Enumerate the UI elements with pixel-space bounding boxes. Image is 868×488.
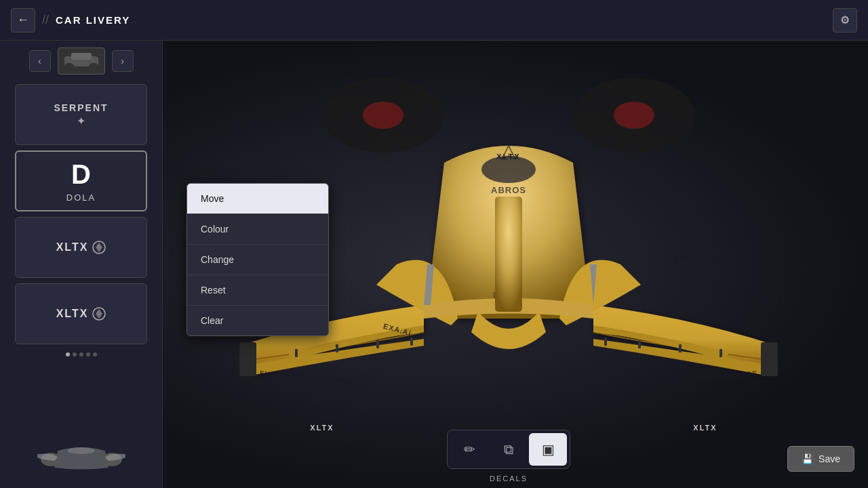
context-menu-change[interactable]: Change [187,245,328,275]
move-label: Move [201,193,224,204]
svg-point-29 [481,156,536,183]
context-menu: Move Colour Change Reset Clear [186,183,329,336]
dot-4 [86,352,90,357]
serpent-label: SERPENT [54,102,108,113]
next-view-button[interactable]: › [112,50,134,72]
svg-rect-28 [495,197,522,312]
prev-view-button[interactable]: ‹ [29,50,51,72]
dot-5 [93,352,97,357]
svg-rect-16 [295,349,298,357]
car-thumb-icon [61,49,102,73]
xltx2-label: XLTX [56,308,89,320]
car-bottom-thumbnail [37,434,125,481]
svg-point-26 [363,102,403,129]
bottom-toolbar: ✏ ⧉ ▣ DECALS [149,427,868,488]
save-button[interactable]: 💾 Save [787,446,854,472]
colour-label: Colour [201,224,229,235]
chevron-right-icon: › [121,56,124,66]
main-content: D DOLA XLTX ABROS SERPENT ✦ COMPLEXA.AI … [0,41,868,488]
serpent-icon: ✦ [77,115,85,127]
settings-button[interactable]: ⚙ [833,8,857,33]
decal-card-xltx1[interactable]: XLTX [15,217,147,278]
car-view-thumbnail [58,47,105,75]
svg-rect-22 [638,340,641,348]
svg-text:SERPENT ✦: SERPENT ✦ [673,253,730,263]
svg-rect-1 [239,342,256,376]
chevron-left-icon: ‹ [38,56,41,66]
eth-icon2 [92,307,106,321]
eth-icon1 [92,241,106,254]
page-title: CAR LIVERY [56,14,130,26]
tab-decal[interactable]: ▣ [529,433,567,466]
copy-icon: ⧉ [504,442,513,458]
save-icon: 💾 [802,453,813,464]
decal-icon: ▣ [542,441,555,458]
decal-card-xltx2[interactable]: XLTX [15,283,147,344]
header: ← // CAR LIVERY ⚙ [0,0,868,41]
car-bottom-thumb-svg [37,434,125,481]
reset-label: Reset [201,285,226,296]
xltx2-content: XLTX [56,307,106,321]
xltx1-content: XLTX [56,241,106,254]
dola-content: D DOLA [66,159,96,203]
svg-rect-2 [761,342,778,376]
xltx1-label: XLTX [56,241,89,253]
dola-name: DOLA [66,192,96,203]
context-menu-colour[interactable]: Colour [187,214,328,245]
svg-rect-21 [679,344,682,352]
header-divider: // [42,13,49,27]
toolbar-section-label: DECALS [490,474,528,483]
tab-copy[interactable]: ⧉ [490,433,528,466]
svg-rect-23 [604,338,607,346]
left-panel: ‹ › SERPENT ✦ D [0,41,163,488]
car-nav: ‹ › [29,47,134,75]
svg-rect-18 [376,340,379,348]
dola-letter: D [71,159,91,190]
tab-pen[interactable]: ✏ [450,433,488,466]
svg-point-33 [89,63,98,70]
back-button[interactable]: ← [11,8,35,33]
context-menu-move[interactable]: Move [187,184,328,214]
dot-3 [79,352,83,357]
context-menu-clear[interactable]: Clear [187,306,328,336]
dot-1 [66,352,70,357]
back-icon: ← [17,13,29,27]
svg-point-27 [614,102,654,129]
pen-icon: ✏ [464,441,475,458]
svg-point-32 [64,63,74,70]
clear-label: Clear [201,315,223,326]
decal-card-serpent[interactable]: SERPENT ✦ [15,84,147,145]
svg-rect-20 [719,349,722,357]
svg-rect-31 [71,53,92,60]
dot-2 [73,352,77,357]
change-label: Change [201,254,234,265]
svg-rect-19 [410,338,413,346]
svg-rect-17 [336,344,338,352]
dots-pagination [66,352,97,357]
decal-card-dola[interactable]: D DOLA [15,150,147,211]
settings-icon: ⚙ [840,14,850,26]
context-menu-reset[interactable]: Reset [187,275,328,306]
save-label: Save [818,453,840,464]
toolbar-tabs: ✏ ⧉ ▣ [447,430,570,469]
svg-point-42 [68,447,95,454]
svg-text:ABROS: ABROS [491,185,526,195]
